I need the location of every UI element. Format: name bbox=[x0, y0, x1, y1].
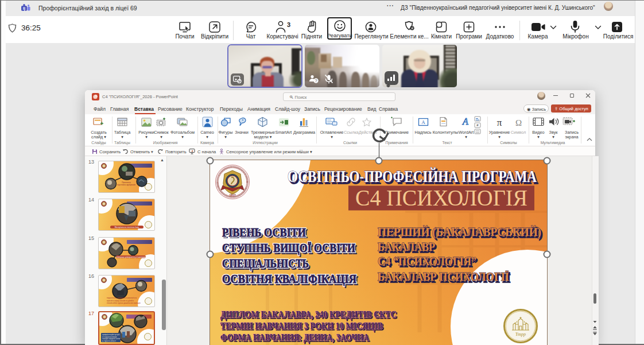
svg-text:БАКАЛАВР ПСИХОЛОГІЇ: БАКАЛАВР ПСИХОЛОГІЇ bbox=[378, 270, 509, 284]
svg-text:СПЕЦІАЛЬНІСТЬ: СПЕЦІАЛЬНІСТЬ bbox=[222, 257, 309, 270]
svg-text:РІВЕНЬ ОСВІТИ: РІВЕНЬ ОСВІТИ bbox=[222, 226, 306, 239]
svg-text:СТУПІНЬ ВИЩОЇ ОСВІТИ: СТУПІНЬ ВИЩОЇ ОСВІТИ bbox=[222, 241, 355, 255]
svg-text:ОСВІТНЬО-ПРОФЕСІЙНА ПРОГРАМА: ОСВІТНЬО-ПРОФЕСІЙНА ПРОГРАМА bbox=[288, 167, 537, 185]
svg-text:1817: 1817 bbox=[229, 193, 235, 197]
svg-text:ОСВІТНЯ КВАЛІФІКАЦІЯ: ОСВІТНЯ КВАЛІФІКАЦІЯ bbox=[222, 272, 356, 286]
svg-text:Ympp: Ympp bbox=[515, 332, 526, 337]
svg-text:?: ? bbox=[315, 78, 317, 83]
svg-text:ДИПЛОМ БАКАЛАВРА, 240 КРЕДИТІВ: ДИПЛОМ БАКАЛАВРА, 240 КРЕДИТІВ ЄКТС bbox=[220, 309, 397, 320]
svg-text:С4 “ПСИХОЛОГІЯ”: С4 “ПСИХОЛОГІЯ” bbox=[378, 254, 476, 268]
svg-text:С4 ПСИХОЛОГІЯ: С4 ПСИХОЛОГІЯ bbox=[355, 185, 527, 210]
svg-text:ТЕРМІН НАВЧАННЯ 3 РОКИ 10 МІСЯ: ТЕРМІН НАВЧАННЯ 3 РОКИ 10 МІСЯЦІВ bbox=[220, 321, 383, 331]
svg-text:БАКАЛАВР: БАКАЛАВР bbox=[378, 240, 435, 254]
svg-text:ФОРМА НАВЧАННЯ: ДЕННА, ЗАОЧНА: ФОРМА НАВЧАННЯ: ДЕННА, ЗАОЧНА bbox=[220, 332, 369, 343]
svg-text:ij: ij bbox=[23, 6, 25, 11]
svg-text:ПЕРШИЙ (БАКАЛАВРСЬКИЙ): ПЕРШИЙ (БАКАЛАВРСЬКИЙ) bbox=[378, 225, 541, 239]
